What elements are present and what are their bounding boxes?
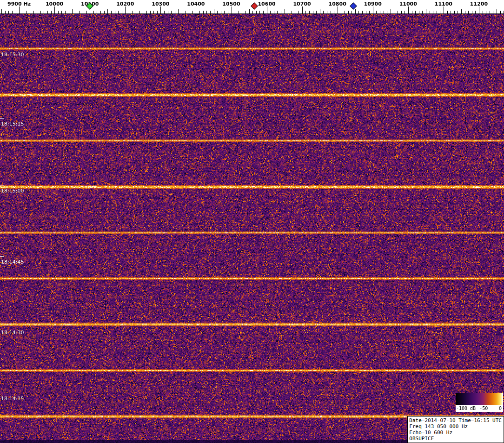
- freq-tick: [33, 11, 34, 13]
- freq-tick: [125, 7, 126, 13]
- freq-tick: [37, 9, 37, 13]
- freq-tick: [192, 11, 193, 13]
- freq-label: 11200: [470, 1, 488, 7]
- freq-tick: [65, 11, 66, 13]
- freq-label: 10800: [329, 1, 346, 7]
- freq-tick: [58, 11, 59, 13]
- freq-tick: [298, 11, 299, 13]
- freq-tick: [157, 11, 158, 13]
- freq-tick: [433, 11, 433, 13]
- freq-tick: [107, 9, 108, 13]
- freq-tick: [267, 7, 267, 13]
- freq-tick: [26, 11, 27, 13]
- freq-tick: [168, 11, 168, 13]
- frequency-axis[interactable]: 9900 Hz100001010010200103001040010500106…: [0, 0, 504, 14]
- freq-tick: [153, 11, 154, 13]
- freq-tick: [408, 7, 409, 13]
- freq-tick: [189, 11, 189, 13]
- freq-tick: [86, 11, 87, 13]
- freq-tick: [224, 11, 225, 13]
- freq-tick: [313, 11, 313, 13]
- freq-tick: [199, 11, 200, 13]
- freq-tick: [175, 11, 175, 13]
- freq-tick: [447, 11, 448, 13]
- freq-label: 10900: [364, 1, 382, 7]
- freq-tick: [440, 11, 440, 13]
- freq-tick: [398, 11, 398, 13]
- freq-tick: [277, 11, 278, 13]
- freq-tick: [305, 11, 306, 13]
- freq-tick: [373, 7, 373, 13]
- freq-tick: [259, 11, 260, 13]
- colorbar: -100 dB -50 0: [456, 393, 503, 412]
- freq-tick: [500, 11, 501, 13]
- freq-tick: [355, 9, 356, 13]
- freq-tick: [345, 11, 345, 13]
- freq-tick: [143, 9, 143, 13]
- freq-tick: [129, 11, 129, 13]
- marker-diamond-red[interactable]: [251, 2, 258, 10]
- freq-tick: [97, 11, 97, 13]
- colorbar-mid-label: -50: [479, 406, 488, 411]
- freq-tick: [334, 11, 334, 13]
- freq-tick: [270, 11, 271, 13]
- freq-tick: [451, 11, 451, 13]
- freq-tick: [16, 11, 16, 13]
- freq-label: 10200: [116, 1, 134, 7]
- freq-tick: [263, 11, 264, 13]
- freq-tick: [348, 11, 349, 13]
- freq-tick: [196, 7, 196, 13]
- spectrogram-canvas[interactable]: [0, 14, 504, 443]
- freq-tick: [221, 11, 221, 13]
- freq-tick: [182, 11, 182, 13]
- freq-tick: [468, 11, 469, 13]
- freq-tick: [387, 11, 387, 13]
- freq-tick: [239, 11, 239, 13]
- freq-tick: [171, 11, 172, 13]
- freq-label: 10300: [152, 1, 169, 7]
- freq-label: 9900 Hz: [7, 1, 31, 7]
- freq-tick: [316, 11, 317, 13]
- freq-tick: [79, 11, 80, 13]
- marker-diamond-blue[interactable]: [350, 2, 357, 10]
- freq-tick: [274, 11, 274, 13]
- freq-tick: [83, 11, 83, 13]
- freq-tick: [136, 11, 136, 13]
- info-box: Date=2014-07-10 Time=16:15 UTC Freq=143 …: [407, 416, 504, 443]
- info-observatory: OBSUPICE: [409, 436, 502, 442]
- freq-tick: [444, 7, 444, 13]
- freq-tick: [362, 11, 363, 13]
- freq-tick: [327, 11, 327, 13]
- freq-tick: [302, 7, 303, 13]
- freq-tick: [437, 11, 437, 13]
- freq-tick: [465, 11, 465, 13]
- freq-tick: [422, 11, 423, 13]
- freq-tick: [178, 9, 179, 13]
- freq-tick: [146, 11, 147, 13]
- freq-tick: [295, 11, 295, 13]
- freq-tick: [72, 9, 73, 13]
- freq-tick: [118, 11, 119, 13]
- freq-tick: [472, 11, 472, 13]
- freq-tick: [1, 9, 2, 13]
- freq-label: 10400: [187, 1, 205, 7]
- freq-tick: [245, 11, 246, 13]
- freq-tick: [401, 11, 402, 13]
- freq-tick: [54, 7, 55, 13]
- freq-label: 10600: [258, 1, 275, 7]
- freq-tick: [331, 11, 331, 13]
- freq-tick: [206, 11, 207, 13]
- info-date-time: Date=2014-07-10 Time=16:15 UTC: [409, 417, 502, 423]
- colorbar-labels: -100 dB -50 0: [456, 405, 503, 412]
- freq-tick: [111, 11, 112, 13]
- freq-label: 10500: [222, 1, 240, 7]
- freq-tick: [228, 11, 228, 13]
- freq-tick: [338, 7, 338, 13]
- freq-tick: [486, 11, 486, 13]
- freq-tick: [186, 11, 186, 13]
- freq-tick: [61, 11, 62, 13]
- freq-tick: [160, 7, 161, 13]
- freq-tick: [497, 9, 497, 13]
- freq-tick: [47, 11, 48, 13]
- freq-tick: [454, 11, 455, 13]
